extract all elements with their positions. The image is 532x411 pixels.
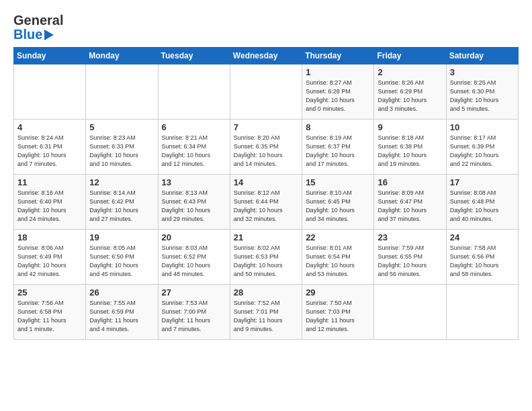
day-number: 2 [378,67,442,77]
weekday-header-wednesday: Wednesday [230,48,302,64]
calendar-cell [158,64,230,120]
day-info: Sunrise: 7:53 AM Sunset: 7:00 PM Dayligh… [162,299,226,334]
day-info: Sunrise: 8:21 AM Sunset: 6:34 PM Dayligh… [162,134,226,169]
day-number: 12 [89,177,154,187]
day-number: 20 [162,232,226,242]
calendar-cell: 25Sunrise: 7:56 AM Sunset: 6:58 PM Dayli… [14,285,86,340]
day-number: 26 [89,287,154,298]
day-info: Sunrise: 8:19 AM Sunset: 6:37 PM Dayligh… [306,134,370,169]
day-number: 9 [378,122,442,132]
calendar-cell: 9Sunrise: 8:18 AM Sunset: 6:38 PM Daylig… [374,120,446,175]
day-number: 6 [162,122,226,132]
day-number: 17 [450,177,515,187]
day-info: Sunrise: 8:20 AM Sunset: 6:35 PM Dayligh… [234,134,298,169]
day-info: Sunrise: 8:03 AM Sunset: 6:52 PM Dayligh… [162,244,226,279]
weekday-header-saturday: Saturday [446,48,518,64]
calendar-cell [86,64,158,120]
day-info: Sunrise: 8:12 AM Sunset: 6:44 PM Dayligh… [234,189,298,224]
day-info: Sunrise: 8:25 AM Sunset: 6:30 PM Dayligh… [450,79,515,113]
logo: General Blue [13,13,63,42]
day-number: 25 [17,287,82,298]
day-number: 13 [162,177,226,187]
day-info: Sunrise: 7:55 AM Sunset: 6:59 PM Dayligh… [89,299,154,334]
calendar-cell: 26Sunrise: 7:55 AM Sunset: 6:59 PM Dayli… [86,285,158,340]
day-number: 15 [306,177,370,187]
weekday-header-tuesday: Tuesday [158,48,230,64]
day-number: 1 [306,67,370,77]
day-info: Sunrise: 8:09 AM Sunset: 6:47 PM Dayligh… [378,189,442,224]
logo-general: General [13,13,63,28]
calendar-cell [374,285,446,340]
day-info: Sunrise: 7:59 AM Sunset: 6:55 PM Dayligh… [378,244,442,279]
calendar-cell: 22Sunrise: 8:01 AM Sunset: 6:54 PM Dayli… [302,230,374,285]
logo-arrow-icon [44,30,54,40]
day-info: Sunrise: 8:05 AM Sunset: 6:50 PM Dayligh… [89,244,154,279]
calendar-cell: 21Sunrise: 8:02 AM Sunset: 6:53 PM Dayli… [230,230,302,285]
weekday-header-row: SundayMondayTuesdayWednesdayThursdayFrid… [14,48,519,64]
day-number: 7 [234,122,298,132]
weekday-header-thursday: Thursday [302,48,374,64]
day-info: Sunrise: 8:17 AM Sunset: 6:39 PM Dayligh… [450,134,515,169]
day-number: 4 [17,122,82,132]
day-info: Sunrise: 7:58 AM Sunset: 6:56 PM Dayligh… [450,244,515,279]
day-info: Sunrise: 8:01 AM Sunset: 6:54 PM Dayligh… [306,244,370,279]
calendar-cell: 8Sunrise: 8:19 AM Sunset: 6:37 PM Daylig… [302,120,374,175]
calendar-cell [446,285,518,340]
day-info: Sunrise: 8:14 AM Sunset: 6:42 PM Dayligh… [89,189,154,224]
calendar-cell: 20Sunrise: 8:03 AM Sunset: 6:52 PM Dayli… [158,230,230,285]
calendar-cell: 15Sunrise: 8:10 AM Sunset: 6:45 PM Dayli… [302,175,374,230]
day-number: 8 [306,122,370,132]
calendar-cell: 3Sunrise: 8:25 AM Sunset: 6:30 PM Daylig… [446,64,518,120]
day-info: Sunrise: 7:56 AM Sunset: 6:58 PM Dayligh… [17,299,82,334]
day-number: 28 [234,287,298,298]
day-number: 22 [306,232,370,242]
calendar-cell: 2Sunrise: 8:26 AM Sunset: 6:29 PM Daylig… [374,64,446,120]
day-number: 11 [17,177,82,187]
calendar-cell: 6Sunrise: 8:21 AM Sunset: 6:34 PM Daylig… [158,120,230,175]
calendar-cell: 10Sunrise: 8:17 AM Sunset: 6:39 PM Dayli… [446,120,518,175]
day-number: 23 [378,232,442,242]
day-info: Sunrise: 8:13 AM Sunset: 6:43 PM Dayligh… [162,189,226,224]
day-info: Sunrise: 8:08 AM Sunset: 6:48 PM Dayligh… [450,189,515,224]
day-info: Sunrise: 8:16 AM Sunset: 6:40 PM Dayligh… [17,189,82,224]
calendar-cell [230,64,302,120]
day-info: Sunrise: 8:27 AM Sunset: 6:28 PM Dayligh… [306,79,370,113]
calendar-cell: 28Sunrise: 7:52 AM Sunset: 7:01 PM Dayli… [230,285,302,340]
calendar-table: SundayMondayTuesdayWednesdayThursdayFrid… [13,47,519,340]
day-number: 27 [162,287,226,298]
day-number: 24 [450,232,515,242]
calendar-cell: 29Sunrise: 7:50 AM Sunset: 7:03 PM Dayli… [302,285,374,340]
day-number: 21 [234,232,298,242]
day-info: Sunrise: 8:10 AM Sunset: 6:45 PM Dayligh… [306,189,370,224]
calendar-cell: 27Sunrise: 7:53 AM Sunset: 7:00 PM Dayli… [158,285,230,340]
day-number: 5 [89,122,154,132]
day-info: Sunrise: 7:52 AM Sunset: 7:01 PM Dayligh… [234,299,298,334]
calendar-week-1: 1Sunrise: 8:27 AM Sunset: 6:28 PM Daylig… [14,64,519,120]
calendar-week-5: 25Sunrise: 7:56 AM Sunset: 6:58 PM Dayli… [14,285,519,340]
day-number: 18 [17,232,82,242]
weekday-header-monday: Monday [86,48,158,64]
header: General Blue [13,11,519,42]
logo-blue: Blue [13,28,42,42]
calendar-cell: 24Sunrise: 7:58 AM Sunset: 6:56 PM Dayli… [446,230,518,285]
day-number: 3 [450,67,515,77]
day-number: 14 [234,177,298,187]
page: General Blue SundayMondayTuesdayWednesda… [0,0,532,347]
calendar-cell: 19Sunrise: 8:05 AM Sunset: 6:50 PM Dayli… [86,230,158,285]
weekday-header-sunday: Sunday [14,48,86,64]
calendar-week-4: 18Sunrise: 8:06 AM Sunset: 6:49 PM Dayli… [14,230,519,285]
day-info: Sunrise: 8:23 AM Sunset: 6:33 PM Dayligh… [89,134,154,169]
day-number: 16 [378,177,442,187]
calendar-cell: 1Sunrise: 8:27 AM Sunset: 6:28 PM Daylig… [302,64,374,120]
calendar-cell: 14Sunrise: 8:12 AM Sunset: 6:44 PM Dayli… [230,175,302,230]
day-info: Sunrise: 8:26 AM Sunset: 6:29 PM Dayligh… [378,79,442,113]
calendar-cell: 7Sunrise: 8:20 AM Sunset: 6:35 PM Daylig… [230,120,302,175]
calendar-cell: 12Sunrise: 8:14 AM Sunset: 6:42 PM Dayli… [86,175,158,230]
weekday-header-friday: Friday [374,48,446,64]
calendar-week-3: 11Sunrise: 8:16 AM Sunset: 6:40 PM Dayli… [14,175,519,230]
day-info: Sunrise: 8:18 AM Sunset: 6:38 PM Dayligh… [378,134,442,169]
day-info: Sunrise: 8:06 AM Sunset: 6:49 PM Dayligh… [17,244,82,279]
day-number: 29 [306,287,370,298]
calendar-cell: 16Sunrise: 8:09 AM Sunset: 6:47 PM Dayli… [374,175,446,230]
day-number: 19 [89,232,154,242]
